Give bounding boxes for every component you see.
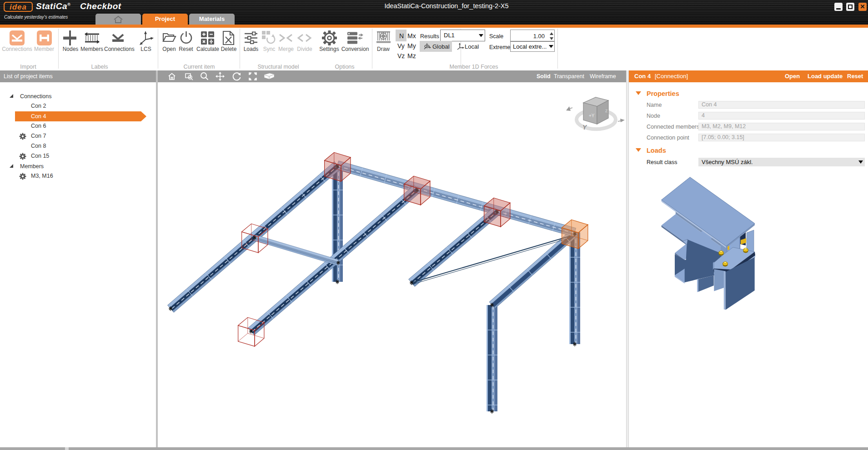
svg-text:+Y: +Y	[589, 113, 595, 118]
svg-text:Z: Z	[605, 109, 608, 113]
svg-text:idea: idea	[10, 3, 27, 11]
